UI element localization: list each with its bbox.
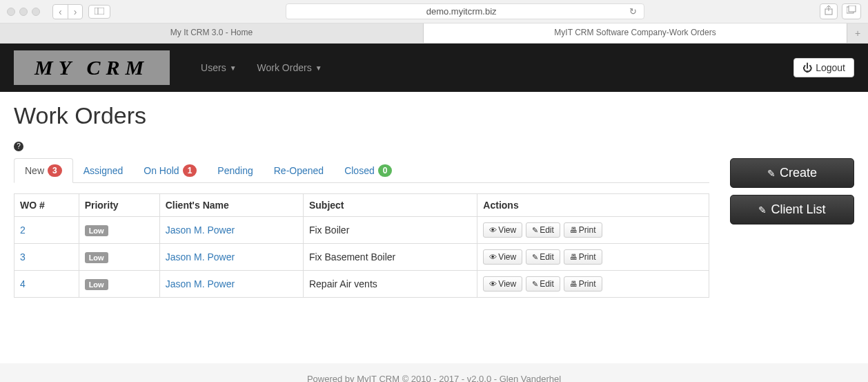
- tab-pending[interactable]: Pending: [207, 158, 263, 182]
- button-label: Edit: [540, 252, 554, 262]
- view-button[interactable]: 👁View: [483, 222, 522, 238]
- button-label: View: [498, 252, 516, 262]
- create-label: Create: [780, 166, 817, 180]
- tab-new[interactable]: New3: [14, 158, 73, 183]
- status-tabs: New3AssignedOn Hold1PendingRe-OpenedClos…: [14, 158, 709, 183]
- url-bar: demo.myitcrm.biz ↻: [116, 3, 814, 19]
- edit-button[interactable]: ✎Edit: [526, 222, 560, 238]
- forward-button[interactable]: ›: [68, 5, 83, 19]
- svg-rect-0: [95, 8, 104, 15]
- logo[interactable]: MY CRM: [14, 50, 170, 85]
- print-button[interactable]: 🖶Print: [564, 222, 602, 238]
- tab-closed[interactable]: Closed0: [334, 158, 402, 182]
- reload-icon[interactable]: ↻: [629, 6, 637, 17]
- footer: Powered by MyIT CRM © 2010 - 2017 - v2.0…: [0, 363, 868, 382]
- table-row: 3LowJason M. PowerFix Basement Boiler👁Vi…: [14, 244, 709, 271]
- minimize-window-icon[interactable]: [19, 8, 28, 16]
- edit-button[interactable]: ✎Edit: [526, 249, 560, 265]
- pencil-icon: ✎: [767, 168, 776, 179]
- caret-icon: ▼: [315, 64, 322, 72]
- client-link[interactable]: Jason M. Power: [166, 225, 235, 236]
- column-header: Client's Name: [159, 194, 303, 217]
- svg-rect-5: [849, 6, 856, 12]
- content: Work Orders ? New3AssignedOn Hold1Pendin…: [0, 92, 868, 308]
- badge: 3: [48, 164, 62, 177]
- client-list-button[interactable]: ✎ Client List: [730, 195, 854, 225]
- browser-tabs: My It CRM 3.0 - Home MyIT CRM Software C…: [0, 23, 868, 43]
- nav-buttons: ‹ ›: [52, 4, 83, 19]
- print-button[interactable]: 🖶Print: [564, 276, 602, 292]
- print-icon: 🖶: [570, 253, 578, 261]
- wo-link[interactable]: 4: [20, 278, 26, 289]
- address-field[interactable]: demo.myitcrm.biz ↻: [286, 3, 644, 19]
- caret-icon: ▼: [230, 64, 237, 72]
- view-button[interactable]: 👁View: [483, 276, 522, 292]
- browser-tab-workorders[interactable]: MyIT CRM Software Company-Work Orders: [424, 23, 847, 43]
- view-button[interactable]: 👁View: [483, 249, 522, 265]
- wo-link[interactable]: 2: [20, 225, 26, 236]
- button-label: View: [498, 225, 516, 235]
- priority-badge: Low: [85, 225, 108, 236]
- url-text: demo.myitcrm.biz: [293, 6, 629, 17]
- maximize-window-icon[interactable]: [32, 8, 40, 16]
- button-label: Print: [579, 252, 596, 262]
- client-link[interactable]: Jason M. Power: [166, 251, 235, 262]
- tab-assigned[interactable]: Assigned: [73, 158, 134, 182]
- close-window-icon[interactable]: [7, 8, 15, 16]
- workorders-table: WO #PriorityClient's NameSubjectActions …: [14, 193, 709, 298]
- side-actions: ✎ Create ✎ Client List: [730, 158, 854, 225]
- column-header: Subject: [303, 194, 477, 217]
- row-actions: 👁View✎Edit🖶Print: [483, 276, 703, 292]
- button-label: Edit: [540, 279, 554, 289]
- tab-label: Re-Opened: [274, 165, 324, 176]
- logout-label: Logout: [816, 62, 845, 73]
- nav-users[interactable]: Users ▼: [190, 55, 246, 80]
- priority-badge: Low: [85, 252, 108, 263]
- tabs-overview-icon[interactable]: [842, 3, 861, 19]
- badge: 1: [183, 164, 197, 177]
- print-icon: 🖶: [570, 280, 578, 288]
- subject-cell: Fix Basement Boiler: [303, 244, 477, 271]
- nav-users-label: Users: [201, 62, 226, 73]
- button-label: View: [498, 279, 516, 289]
- help-icon[interactable]: ?: [14, 142, 23, 151]
- column-header: Actions: [477, 194, 709, 217]
- badge: 0: [378, 164, 393, 177]
- edit-icon: ✎: [532, 226, 538, 235]
- tab-label: Closed: [344, 165, 375, 176]
- subject-cell: Repair Air vents: [303, 271, 477, 298]
- logout-button[interactable]: ⏻ Logout: [793, 58, 854, 77]
- nav-menu: Users ▼ Work Orders ▼: [190, 55, 793, 80]
- print-button[interactable]: 🖶Print: [564, 249, 602, 265]
- button-label: Print: [579, 225, 596, 235]
- browser-right-buttons: [820, 3, 861, 19]
- pencil-icon: ✎: [758, 204, 767, 216]
- wo-link[interactable]: 3: [20, 251, 26, 262]
- tab-label: New: [25, 165, 44, 176]
- tab-re-opened[interactable]: Re-Opened: [264, 158, 334, 182]
- button-label: Print: [579, 279, 596, 289]
- tab-label: Pending: [217, 165, 253, 176]
- back-button[interactable]: ‹: [53, 5, 68, 19]
- left-column: New3AssignedOn Hold1PendingRe-OpenedClos…: [14, 158, 709, 298]
- subject-cell: Fix Boiler: [303, 217, 477, 244]
- column-header: WO #: [14, 194, 79, 217]
- tab-label: On Hold: [144, 165, 179, 176]
- column-header: Priority: [79, 194, 159, 217]
- client-list-label: Client List: [771, 202, 825, 217]
- view-icon: 👁: [489, 226, 497, 234]
- edit-icon: ✎: [532, 280, 538, 289]
- browser-chrome: ‹ › demo.myitcrm.biz ↻ My It CRM 3.0 - H…: [0, 0, 868, 44]
- tab-on-hold[interactable]: On Hold1: [133, 158, 207, 182]
- browser-toolbar: ‹ › demo.myitcrm.biz ↻: [0, 0, 868, 23]
- create-button[interactable]: ✎ Create: [730, 158, 854, 188]
- edit-icon: ✎: [532, 253, 538, 262]
- sidebar-toggle-icon[interactable]: [88, 5, 110, 19]
- share-icon[interactable]: [820, 3, 838, 19]
- browser-tab-home[interactable]: My It CRM 3.0 - Home: [0, 23, 424, 43]
- edit-button[interactable]: ✎Edit: [526, 276, 560, 292]
- nav-workorders[interactable]: Work Orders ▼: [247, 55, 333, 80]
- new-tab-button[interactable]: +: [847, 23, 868, 43]
- client-link[interactable]: Jason M. Power: [166, 278, 235, 289]
- power-icon: ⏻: [802, 62, 812, 73]
